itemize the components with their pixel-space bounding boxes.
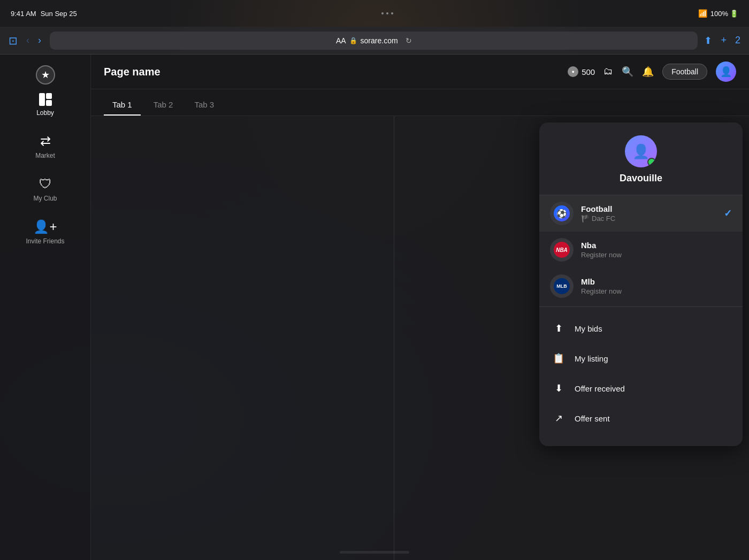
sport-item-mlb[interactable]: MLB Mlb Register now — [539, 268, 743, 304]
status-bar-left: 9:41 AM Sun Sep 25 — [11, 10, 77, 18]
football-sport-info: Football 🏴 Dac FC — [581, 204, 716, 223]
profile-username: Davouille — [620, 173, 662, 184]
sidebar-toggle-icon[interactable]: ⊡ — [9, 34, 18, 47]
tabs-bar: Tab 1 Tab 2 Tab 3 — [91, 89, 749, 116]
search-icon[interactable]: 🔍 — [622, 66, 633, 78]
football-check-icon: ✓ — [724, 208, 732, 219]
share-icon[interactable]: ⬆ — [704, 35, 712, 47]
tab-1[interactable]: Tab 1 — [104, 95, 141, 116]
url-text[interactable]: sorare.com — [361, 36, 398, 45]
sidebar-item-market-label: Market — [35, 152, 55, 159]
main-content: Page name ● 500 🗂 🔍 🔔 Football 👤 Tab 1 — [91, 55, 749, 560]
offer-received-label: Offer received — [575, 384, 625, 393]
font-size-button[interactable]: AA — [336, 36, 346, 45]
tab-2-label: Tab 2 — [154, 100, 173, 109]
football-logo-icon: ⚽ — [554, 205, 570, 221]
sidebar-item-my-club[interactable]: 🛡 My Club — [0, 169, 90, 210]
user-avatar[interactable]: 👤 — [716, 62, 736, 82]
my-listing-label: My listing — [575, 354, 608, 363]
add-tab-icon[interactable]: + — [721, 35, 727, 47]
sports-section: ⚽ Football 🏴 Dac FC ✓ — [539, 195, 743, 307]
app-header: Page name ● 500 🗂 🔍 🔔 Football 👤 — [91, 55, 749, 89]
menu-item-my-bids[interactable]: ⬆ My bids — [539, 313, 743, 343]
reload-icon[interactable]: ↻ — [406, 36, 412, 45]
mlb-logo-icon: MLB — [554, 278, 570, 294]
content-divider — [394, 116, 394, 560]
battery-icon: 100% 🔋 — [710, 10, 738, 18]
sidebar-item-my-club-label: My Club — [33, 195, 57, 202]
football-sport-sub: 🏴 Dac FC — [581, 214, 716, 223]
menu-item-offer-received[interactable]: ⬇ Offer received — [539, 373, 743, 403]
my-bids-icon: ⬆ — [550, 320, 567, 337]
mlb-sport-info: Mlb Register now — [581, 277, 732, 295]
dropdown-header: 👤 Davouille — [539, 135, 743, 195]
sorare-logo[interactable]: ★ — [36, 65, 55, 85]
sidebar-item-lobby-label: Lobby — [36, 109, 54, 117]
mlb-sport-name: Mlb — [581, 277, 732, 286]
offer-sent-label: Offer sent — [575, 414, 610, 423]
header-icons: 🗂 🔍 🔔 — [603, 66, 654, 78]
nba-sport-info: Nba Register now — [581, 241, 732, 259]
football-club-name: Dac FC — [592, 214, 615, 223]
browser-url-bar[interactable]: AA 🔒 sorare.com ↻ — [50, 32, 698, 50]
browser-back-button[interactable]: ‹ — [24, 33, 32, 48]
nba-register-text: Register now — [581, 251, 622, 259]
menu-item-offer-sent[interactable]: ↗ Offer sent — [539, 403, 743, 433]
status-bar-right: 📶 100% 🔋 — [698, 9, 738, 18]
market-icon: ⇄ — [40, 134, 51, 149]
nba-sport-sub: Register now — [581, 251, 732, 259]
user-avatar-initial: 👤 — [720, 66, 732, 78]
tab-3-label: Tab 3 — [194, 100, 214, 109]
sidebar: ★ Lobby ⇄ Market 🛡 My Club 👤+ Invite Fri… — [0, 55, 91, 560]
wallet-icon[interactable]: 🗂 — [603, 66, 613, 78]
coin-amount: 500 — [582, 67, 595, 76]
my-club-icon: 🛡 — [39, 177, 52, 191]
coin-balance: ● 500 — [568, 66, 595, 77]
mlb-sport-sub: Register now — [581, 287, 732, 295]
status-time: 9:41 AM — [11, 10, 36, 18]
ssl-lock-icon: 🔒 — [349, 37, 357, 44]
tab-2[interactable]: Tab 2 — [145, 95, 182, 116]
offer-sent-icon: ↗ — [550, 410, 567, 427]
browser-actions: ⬆ + 2 — [704, 35, 740, 47]
browser-forward-button[interactable]: › — [36, 33, 43, 48]
my-listing-icon: 📋 — [550, 350, 567, 367]
my-bids-label: My bids — [575, 324, 602, 333]
battery-percent: 100% — [710, 10, 728, 18]
profile-avatar-icon: 👤 — [632, 143, 649, 160]
sidebar-item-invite-friends[interactable]: 👤+ Invite Friends — [0, 212, 90, 252]
mlb-register-text: Register now — [581, 287, 622, 295]
app-container: ★ Lobby ⇄ Market 🛡 My Club 👤+ Invite Fri… — [0, 55, 749, 560]
nba-sport-name: Nba — [581, 241, 732, 250]
lobby-icon — [39, 93, 52, 106]
sidebar-item-market[interactable]: ⇄ Market — [0, 126, 90, 167]
football-button[interactable]: Football — [662, 64, 707, 80]
browser-nav: ‹ › — [24, 33, 43, 48]
tabs-icon[interactable]: 2 — [735, 35, 740, 47]
nba-sport-logo: NBA — [550, 238, 574, 262]
menu-item-my-listing[interactable]: 📋 My listing — [539, 343, 743, 373]
status-bar: 9:41 AM Sun Sep 25 📶 100% 🔋 — [0, 0, 749, 27]
menu-section: ⬆ My bids 📋 My listing ⬇ Offer received … — [539, 309, 743, 438]
tab-1-label: Tab 1 — [112, 100, 132, 109]
football-sport-name: Football — [581, 204, 716, 213]
sport-item-nba[interactable]: NBA Nba Register now — [539, 232, 743, 268]
notifications-icon[interactable]: 🔔 — [642, 66, 654, 78]
wifi-icon: 📶 — [698, 9, 707, 18]
dropdown-panel: 👤 Davouille ⚽ Football 🏴 — [539, 122, 743, 446]
sidebar-item-invite-label: Invite Friends — [26, 237, 64, 245]
sidebar-item-lobby[interactable]: Lobby — [0, 86, 90, 124]
invite-friends-icon: 👤+ — [33, 219, 57, 234]
football-button-label: Football — [671, 67, 698, 76]
tab-3[interactable]: Tab 3 — [186, 95, 223, 116]
profile-avatar: 👤 — [625, 135, 657, 167]
status-date: Sun Sep 25 — [41, 10, 77, 18]
mlb-sport-logo: MLB — [550, 274, 574, 298]
sport-item-football[interactable]: ⚽ Football 🏴 Dac FC ✓ — [539, 195, 743, 232]
page-title: Page name — [104, 66, 559, 78]
offer-received-icon: ⬇ — [550, 380, 567, 397]
coin-icon: ● — [568, 66, 578, 77]
content-area: 👤 Davouille ⚽ Football 🏴 — [91, 116, 749, 560]
status-bar-dots — [381, 12, 393, 14]
football-sport-logo: ⚽ — [550, 202, 574, 225]
